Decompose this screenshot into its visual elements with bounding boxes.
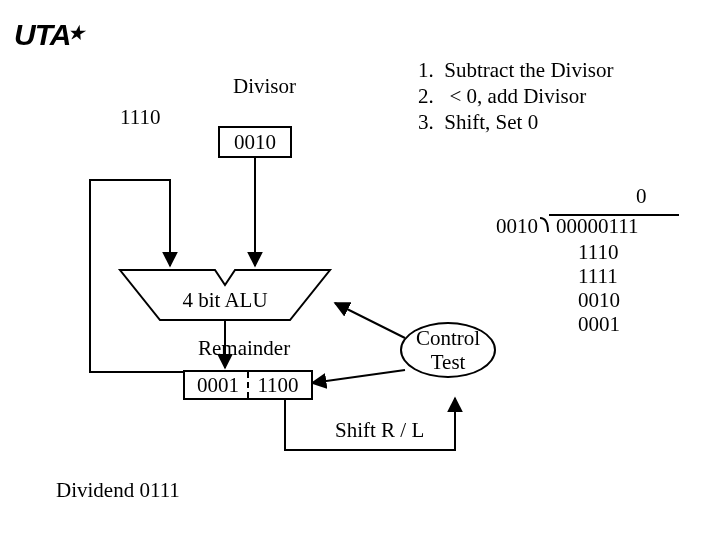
ld-dividend: 00000111 xyxy=(556,214,638,239)
remainder-label: Remainder xyxy=(198,336,290,361)
shift-label: Shift R / L xyxy=(335,418,424,443)
svg-line-2 xyxy=(335,303,405,338)
ld-line-2: 1111 xyxy=(578,264,618,289)
control-test-label: Control Test xyxy=(416,326,480,374)
divisor-previous: 1110 xyxy=(120,105,160,130)
ld-line-3: 0010 xyxy=(578,288,620,313)
control-test: Control Test xyxy=(400,322,496,378)
step-2: 2. < 0, add Divisor xyxy=(418,84,586,109)
divisor-register: 0010 xyxy=(218,126,292,158)
alu-label: 4 bit ALU xyxy=(165,288,285,313)
step-1: 1. Subtract the Divisor xyxy=(418,58,613,83)
remainder-lo: 1100 xyxy=(248,372,308,398)
svg-line-3 xyxy=(312,370,405,383)
ld-line-1: 1110 xyxy=(578,240,618,265)
uta-logo: UTA★ xyxy=(14,18,83,52)
logo-text: UTA xyxy=(14,18,70,51)
divisor-label: Divisor xyxy=(233,74,296,99)
remainder-hi: 0001 xyxy=(188,372,248,398)
ld-line-4: 0001 xyxy=(578,312,620,337)
divisor-value: 0010 xyxy=(234,130,276,154)
remainder-divider xyxy=(247,372,249,398)
ld-divisor: 0010 xyxy=(496,214,538,239)
star-icon: ★ xyxy=(68,23,83,43)
remainder-register: 00011100 xyxy=(183,370,313,400)
ld-quotient-bit: 0 xyxy=(636,184,647,209)
dividend-label: Dividend 0111 xyxy=(56,478,180,503)
step-3: 3. Shift, Set 0 xyxy=(418,110,538,135)
